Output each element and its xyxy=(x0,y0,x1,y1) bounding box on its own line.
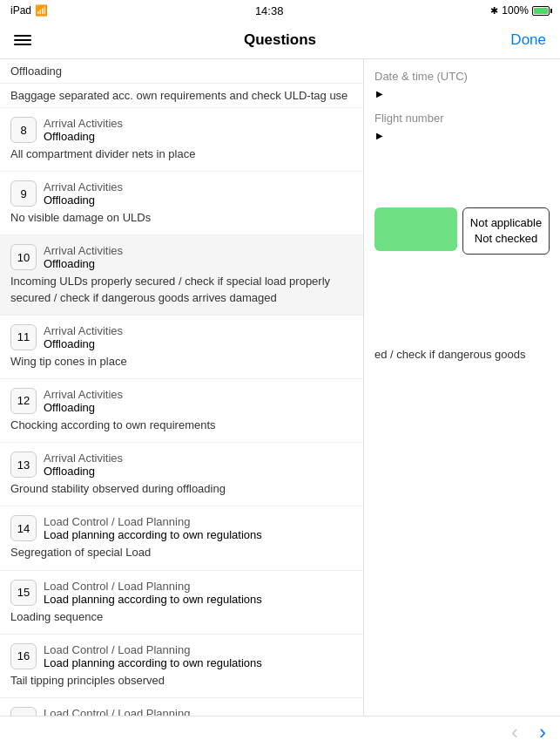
question-item-17[interactable]: 17Load Control / Load PlanningLoad plann… xyxy=(0,698,363,716)
questions-list: 8Arrival ActivitiesOffloadingAll compart… xyxy=(0,108,363,716)
question-text-13: Ground stability observed during offload… xyxy=(10,481,353,497)
question-number-11: 11 xyxy=(10,324,37,350)
top-offloading: Offloading xyxy=(0,59,363,84)
question-number-12: 12 xyxy=(10,388,37,414)
datetime-value[interactable] xyxy=(374,86,550,99)
question-text-9: No visible damage on ULDs xyxy=(10,210,353,226)
question-category-12: Arrival ActivitiesOffloading xyxy=(44,388,123,414)
done-button[interactable]: Done xyxy=(510,31,546,49)
question-category-10: Arrival ActivitiesOffloading xyxy=(44,244,123,270)
flight-number-value[interactable] xyxy=(374,128,550,141)
question-text-11: Wing tip cones in place xyxy=(10,354,353,370)
checked-button[interactable] xyxy=(374,207,457,251)
nav-bar: Questions Done xyxy=(0,21,560,59)
datetime-label: Date & time (UTC) xyxy=(374,70,550,83)
question-text-8: All compartment divider nets in place xyxy=(10,146,353,162)
question-number-13: 13 xyxy=(10,452,37,478)
question-category-13: Arrival ActivitiesOffloading xyxy=(44,452,123,478)
not-applicable-button[interactable]: Not applicable Not checked xyxy=(462,207,550,255)
question-number-17: 17 xyxy=(10,707,37,716)
question-item-13[interactable]: 13Arrival ActivitiesOffloadingGround sta… xyxy=(0,443,363,506)
wifi-icon: 📶 xyxy=(35,4,48,17)
question-category-14: Load Control / Load PlanningLoad plannin… xyxy=(44,515,262,541)
question-category-15: Load Control / Load PlanningLoad plannin… xyxy=(44,580,262,606)
question-text-16: Tail tipping principles observed xyxy=(10,673,353,689)
question-category-11: Arrival ActivitiesOffloading xyxy=(44,324,123,350)
question-text-14: Segregation of special Load xyxy=(10,545,353,560)
question-text-12: Chocking according to own requirements xyxy=(10,418,353,433)
question-text-15: Loading sequence xyxy=(10,609,353,625)
question-item-9[interactable]: 9Arrival ActivitiesOffloadingNo visible … xyxy=(0,172,363,235)
right-panel: Date & time (UTC) Flight number Not appl… xyxy=(364,59,560,716)
main-container: Offloading Baggage separated acc. own re… xyxy=(0,59,560,716)
status-right: ✱ 100% xyxy=(490,4,550,17)
questions-panel: Offloading Baggage separated acc. own re… xyxy=(0,59,364,716)
bluetooth-icon: ✱ xyxy=(490,5,498,17)
question-number-10: 10 xyxy=(10,244,37,270)
prev-button[interactable]: ‹ xyxy=(511,720,518,744)
status-bar: iPad 📶 14:38 ✱ 100% xyxy=(0,0,560,21)
question-number-8: 8 xyxy=(10,117,37,143)
question-number-9: 9 xyxy=(10,180,37,207)
question-category-16: Load Control / Load PlanningLoad plannin… xyxy=(44,643,262,669)
question-item-8[interactable]: 8Arrival ActivitiesOffloadingAll compart… xyxy=(0,108,363,172)
next-button[interactable]: › xyxy=(539,720,546,744)
question-number-14: 14 xyxy=(10,515,37,541)
time-label: 14:38 xyxy=(255,4,284,17)
menu-button[interactable] xyxy=(14,35,31,45)
question-number-16: 16 xyxy=(10,643,37,669)
question-item-15[interactable]: 15Load Control / Load PlanningLoad plann… xyxy=(0,571,363,635)
question-item-10[interactable]: 10Arrival ActivitiesOffloadingIncoming U… xyxy=(0,235,363,315)
top-baggage: Baggage separated acc. own requirements … xyxy=(0,84,363,108)
carrier-label: iPad xyxy=(10,4,31,17)
question-item-16[interactable]: 16Load Control / Load PlanningLoad plann… xyxy=(0,635,363,698)
context-text: ed / check if dangerous goods xyxy=(374,347,550,363)
question-number-15: 15 xyxy=(10,580,37,606)
page-title: Questions xyxy=(244,31,316,49)
question-item-12[interactable]: 12Arrival ActivitiesOffloadingChocking a… xyxy=(0,379,363,443)
battery-icon xyxy=(532,6,550,16)
question-item-11[interactable]: 11Arrival ActivitiesOffloadingWing tip c… xyxy=(0,316,363,379)
question-item-14[interactable]: 14Load Control / Load PlanningLoad plann… xyxy=(0,506,363,570)
bottom-nav: ‹ › xyxy=(0,716,560,747)
status-left: iPad 📶 xyxy=(10,4,48,17)
flight-number-label: Flight number xyxy=(374,112,550,125)
battery-label: 100% xyxy=(502,4,529,17)
question-category-8: Arrival ActivitiesOffloading xyxy=(44,117,123,143)
question-text-10: Incoming ULDs properly secured / check i… xyxy=(10,274,353,305)
question-category-17: Load Control / Load PlanningLoad plannin… xyxy=(44,707,262,716)
question-category-9: Arrival ActivitiesOffloading xyxy=(44,180,123,207)
